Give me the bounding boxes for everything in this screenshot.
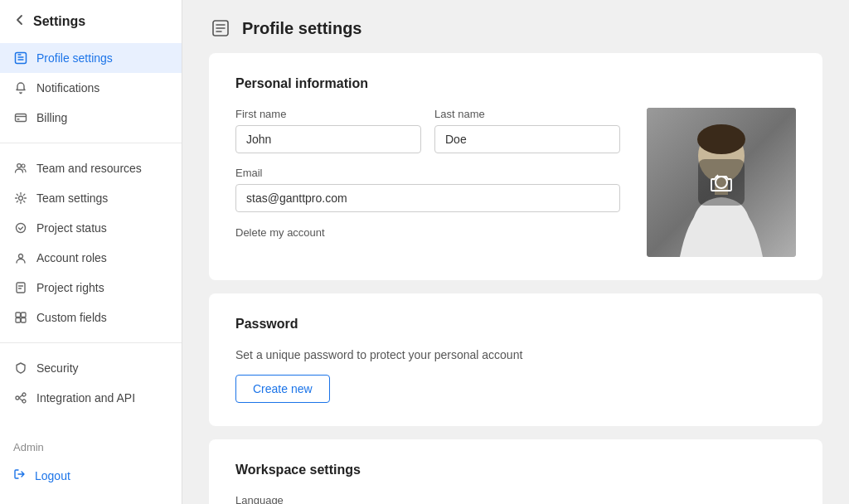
sidebar-nav-top: Profile settings Notifications Billing bbox=[0, 40, 182, 136]
content-area: Personal information First name Last nam… bbox=[182, 53, 849, 504]
workspace-card: Workspace settings Language English Germ… bbox=[209, 439, 822, 504]
sidebar-nav-bottom-items: Security Integration and API bbox=[0, 350, 182, 416]
avatar-background bbox=[647, 108, 796, 257]
sidebar-item-project-status[interactable]: Project status bbox=[0, 213, 182, 243]
last-name-input[interactable] bbox=[434, 125, 620, 153]
create-new-button[interactable]: Create new bbox=[235, 375, 330, 403]
bell-icon bbox=[13, 80, 28, 95]
svg-rect-9 bbox=[16, 313, 21, 317]
sidebar-item-label: Custom fields bbox=[36, 311, 107, 324]
sidebar-item-label: Project status bbox=[36, 221, 107, 235]
sidebar-item-account-roles[interactable]: Account roles bbox=[0, 243, 182, 273]
svg-rect-1 bbox=[16, 114, 27, 122]
sidebar-divider-2 bbox=[0, 342, 182, 343]
first-name-label: First name bbox=[235, 108, 421, 120]
sidebar-item-team-settings[interactable]: Team settings bbox=[0, 183, 182, 213]
sidebar-item-label: Project rights bbox=[36, 281, 104, 294]
sidebar-item-integration-api[interactable]: Integration and API bbox=[0, 383, 182, 413]
last-name-label: Last name bbox=[434, 108, 620, 120]
camera-overlay[interactable] bbox=[698, 159, 745, 206]
delete-account-link[interactable]: Delete my account bbox=[235, 226, 325, 239]
sidebar-nav-section: Team and resources Team settings Project… bbox=[0, 150, 182, 336]
svg-point-14 bbox=[22, 393, 26, 396]
sidebar: Settings Profile settings Notifications bbox=[0, 0, 182, 504]
sidebar-item-project-rights[interactable]: Project rights bbox=[0, 273, 182, 303]
svg-rect-11 bbox=[16, 318, 21, 323]
logout-label: Logout bbox=[35, 469, 70, 482]
settings-header[interactable]: Settings bbox=[0, 0, 182, 40]
sidebar-item-label: Billing bbox=[36, 111, 67, 124]
svg-rect-8 bbox=[17, 283, 25, 293]
language-label: Language bbox=[235, 494, 796, 504]
sidebar-item-label: Profile settings bbox=[36, 51, 113, 65]
custom-fields-icon bbox=[13, 310, 28, 325]
sidebar-item-label: Integration and API bbox=[36, 391, 135, 405]
shield-icon bbox=[13, 361, 28, 376]
email-group: Email bbox=[235, 167, 620, 212]
svg-point-6 bbox=[17, 224, 26, 233]
main-content: Profile settings Personal information Fi… bbox=[182, 0, 849, 504]
first-name-input[interactable] bbox=[235, 125, 421, 153]
sidebar-item-label: Notifications bbox=[36, 81, 99, 94]
sidebar-item-label: Security bbox=[36, 361, 79, 375]
sidebar-item-security[interactable]: Security bbox=[0, 353, 182, 383]
workspace-title: Workspace settings bbox=[235, 463, 796, 477]
last-name-group: Last name bbox=[434, 108, 620, 153]
sidebar-item-custom-fields[interactable]: Custom fields bbox=[0, 303, 182, 332]
sidebar-item-notifications[interactable]: Notifications bbox=[0, 73, 182, 103]
sidebar-item-label: Team settings bbox=[36, 191, 108, 205]
email-label: Email bbox=[235, 167, 620, 179]
personal-info-title: Personal information bbox=[235, 76, 796, 91]
camera-icon bbox=[706, 167, 736, 197]
profile-settings-header-icon bbox=[209, 17, 232, 40]
sidebar-item-team-and-resources[interactable]: Team and resources bbox=[0, 153, 182, 183]
project-status-icon bbox=[13, 220, 28, 235]
account-roles-icon bbox=[13, 250, 28, 265]
svg-point-19 bbox=[697, 124, 745, 154]
page-title: Profile settings bbox=[242, 19, 361, 38]
form-area: First name Last name Email Delete my acc… bbox=[235, 108, 620, 239]
team-icon bbox=[13, 161, 28, 176]
svg-rect-12 bbox=[22, 318, 27, 323]
password-title: Password bbox=[235, 317, 796, 332]
password-description: Set a unique password to protect your pe… bbox=[235, 348, 796, 361]
admin-label: Admin bbox=[0, 434, 182, 460]
name-row: First name Last name bbox=[235, 108, 620, 153]
first-name-group: First name bbox=[235, 108, 421, 153]
sidebar-item-label: Team and resources bbox=[36, 162, 142, 175]
svg-rect-2 bbox=[17, 119, 20, 120]
integration-icon bbox=[13, 390, 28, 405]
sidebar-item-billing[interactable]: Billing bbox=[0, 103, 182, 133]
svg-point-7 bbox=[19, 254, 23, 259]
personal-info-layout: First name Last name Email Delete my acc… bbox=[235, 108, 796, 257]
billing-icon bbox=[13, 110, 28, 125]
svg-point-21 bbox=[716, 177, 727, 188]
sidebar-item-label: Account roles bbox=[36, 251, 107, 264]
sidebar-divider-1 bbox=[0, 143, 182, 143]
svg-point-3 bbox=[17, 164, 22, 168]
language-group: Language English German French Spanish R… bbox=[235, 494, 796, 504]
team-settings-icon bbox=[13, 191, 28, 206]
sidebar-item-profile-settings[interactable]: Profile settings bbox=[0, 43, 182, 73]
email-input[interactable] bbox=[235, 184, 620, 212]
profile-icon bbox=[13, 51, 28, 65]
svg-point-5 bbox=[19, 196, 23, 201]
back-icon bbox=[13, 13, 27, 30]
svg-point-15 bbox=[22, 400, 26, 403]
logout-icon bbox=[13, 468, 27, 483]
page-header: Profile settings bbox=[182, 0, 849, 53]
logout-item[interactable]: Logout bbox=[0, 460, 182, 491]
sidebar-title: Settings bbox=[33, 14, 85, 29]
personal-info-card: Personal information First name Last nam… bbox=[209, 53, 822, 280]
avatar[interactable] bbox=[647, 108, 796, 257]
svg-point-4 bbox=[22, 164, 25, 167]
password-card: Password Set a unique password to protec… bbox=[209, 293, 822, 426]
svg-rect-10 bbox=[22, 313, 27, 317]
project-rights-icon bbox=[13, 280, 28, 295]
sidebar-bottom: Admin Logout bbox=[0, 428, 182, 504]
